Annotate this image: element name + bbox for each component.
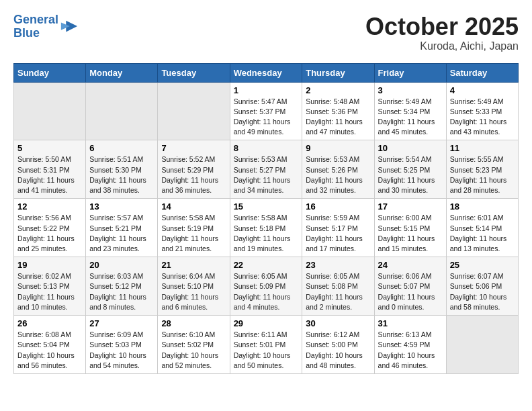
- day-info: Sunrise: 6:05 AM Sunset: 5:09 PM Dayligh…: [234, 271, 299, 312]
- calendar-week-row: 19Sunrise: 6:02 AM Sunset: 5:13 PM Dayli…: [14, 257, 519, 316]
- day-info: Sunrise: 6:10 AM Sunset: 5:02 PM Dayligh…: [161, 330, 226, 371]
- day-info: Sunrise: 5:53 AM Sunset: 5:27 PM Dayligh…: [234, 154, 299, 195]
- logo-text: General Blue: [13, 13, 58, 40]
- calendar-cell: 2Sunrise: 5:48 AM Sunset: 5:36 PM Daylig…: [302, 82, 374, 140]
- logo-line2: Blue: [13, 26, 40, 40]
- day-info: Sunrise: 5:59 AM Sunset: 5:17 PM Dayligh…: [306, 213, 370, 254]
- day-info: Sunrise: 5:58 AM Sunset: 5:18 PM Dayligh…: [234, 213, 299, 254]
- calendar-cell: 26Sunrise: 6:08 AM Sunset: 5:04 PM Dayli…: [14, 316, 86, 374]
- calendar-cell: 5Sunrise: 5:50 AM Sunset: 5:31 PM Daylig…: [14, 140, 86, 199]
- day-number: 31: [378, 318, 443, 328]
- day-number: 11: [450, 143, 515, 153]
- day-info: Sunrise: 6:03 AM Sunset: 5:12 PM Dayligh…: [89, 271, 154, 312]
- day-info: Sunrise: 6:06 AM Sunset: 5:07 PM Dayligh…: [378, 271, 443, 312]
- day-number: 1: [234, 85, 299, 95]
- calendar-cell: 16Sunrise: 5:59 AM Sunset: 5:17 PM Dayli…: [302, 199, 374, 257]
- day-number: 19: [17, 260, 82, 270]
- calendar-cell: 29Sunrise: 6:11 AM Sunset: 5:01 PM Dayli…: [230, 316, 302, 374]
- calendar-cell: 13Sunrise: 5:57 AM Sunset: 5:21 PM Dayli…: [86, 199, 158, 257]
- weekday-header-row: SundayMondayTuesdayWednesdayThursdayFrid…: [14, 63, 519, 82]
- day-number: 12: [17, 201, 82, 212]
- day-info: Sunrise: 5:58 AM Sunset: 5:19 PM Dayligh…: [161, 213, 226, 254]
- weekday-header-sunday: Sunday: [14, 63, 86, 82]
- calendar-cell: 1Sunrise: 5:47 AM Sunset: 5:37 PM Daylig…: [230, 82, 302, 140]
- day-info: Sunrise: 6:09 AM Sunset: 5:03 PM Dayligh…: [89, 330, 154, 371]
- day-number: 16: [306, 201, 370, 212]
- logo: General Blue: [13, 13, 79, 40]
- calendar-cell: 28Sunrise: 6:10 AM Sunset: 5:02 PM Dayli…: [158, 316, 230, 374]
- day-number: 6: [89, 143, 154, 153]
- day-number: 7: [161, 143, 226, 153]
- day-info: Sunrise: 6:13 AM Sunset: 4:59 PM Dayligh…: [378, 330, 443, 371]
- calendar-week-row: 12Sunrise: 5:56 AM Sunset: 5:22 PM Dayli…: [14, 199, 519, 257]
- day-number: 23: [306, 260, 370, 270]
- calendar-header: SundayMondayTuesdayWednesdayThursdayFrid…: [14, 63, 519, 82]
- day-info: Sunrise: 6:11 AM Sunset: 5:01 PM Dayligh…: [234, 330, 299, 371]
- day-info: Sunrise: 6:00 AM Sunset: 5:15 PM Dayligh…: [378, 213, 443, 254]
- calendar-cell: [14, 82, 86, 140]
- calendar-cell: 23Sunrise: 6:05 AM Sunset: 5:08 PM Dayli…: [302, 257, 374, 316]
- calendar-cell: 7Sunrise: 5:52 AM Sunset: 5:29 PM Daylig…: [158, 140, 230, 199]
- weekday-header-wednesday: Wednesday: [230, 63, 302, 82]
- day-number: 29: [234, 318, 299, 328]
- day-info: Sunrise: 6:02 AM Sunset: 5:13 PM Dayligh…: [17, 271, 82, 312]
- day-info: Sunrise: 5:54 AM Sunset: 5:25 PM Dayligh…: [378, 154, 443, 195]
- day-info: Sunrise: 6:12 AM Sunset: 5:00 PM Dayligh…: [306, 330, 370, 371]
- day-number: 9: [306, 143, 370, 153]
- weekday-header-tuesday: Tuesday: [158, 63, 230, 82]
- calendar-cell: 3Sunrise: 5:49 AM Sunset: 5:34 PM Daylig…: [374, 82, 446, 140]
- weekday-header-monday: Monday: [86, 63, 158, 82]
- calendar-cell: 17Sunrise: 6:00 AM Sunset: 5:15 PM Dayli…: [374, 199, 446, 257]
- page-header: General Blue October 2025 Kuroda, Aichi,…: [13, 13, 519, 52]
- day-number: 22: [234, 260, 299, 270]
- logo-line1: General: [13, 13, 58, 26]
- day-info: Sunrise: 5:50 AM Sunset: 5:31 PM Dayligh…: [17, 154, 82, 195]
- day-number: 28: [161, 318, 226, 328]
- title-block: October 2025 Kuroda, Aichi, Japan: [365, 13, 519, 52]
- day-number: 5: [17, 143, 82, 153]
- calendar-cell: 9Sunrise: 5:53 AM Sunset: 5:26 PM Daylig…: [302, 140, 374, 199]
- calendar-week-row: 1Sunrise: 5:47 AM Sunset: 5:37 PM Daylig…: [14, 82, 519, 140]
- day-info: Sunrise: 5:47 AM Sunset: 5:37 PM Dayligh…: [234, 97, 299, 138]
- calendar-cell: 6Sunrise: 5:51 AM Sunset: 5:30 PM Daylig…: [86, 140, 158, 199]
- day-number: 14: [161, 201, 226, 212]
- logo-icon: [60, 17, 79, 36]
- day-info: Sunrise: 6:08 AM Sunset: 5:04 PM Dayligh…: [17, 330, 82, 371]
- calendar-cell: 14Sunrise: 5:58 AM Sunset: 5:19 PM Dayli…: [158, 199, 230, 257]
- day-number: 15: [234, 201, 299, 212]
- calendar-cell: 21Sunrise: 6:04 AM Sunset: 5:10 PM Dayli…: [158, 257, 230, 316]
- weekday-header-friday: Friday: [374, 63, 446, 82]
- day-number: 10: [378, 143, 443, 153]
- calendar-cell: 24Sunrise: 6:06 AM Sunset: 5:07 PM Dayli…: [374, 257, 446, 316]
- day-info: Sunrise: 5:51 AM Sunset: 5:30 PM Dayligh…: [89, 154, 154, 195]
- calendar-table: SundayMondayTuesdayWednesdayThursdayFrid…: [13, 63, 519, 374]
- calendar-body: 1Sunrise: 5:47 AM Sunset: 5:37 PM Daylig…: [14, 82, 519, 373]
- calendar-cell: 20Sunrise: 6:03 AM Sunset: 5:12 PM Dayli…: [86, 257, 158, 316]
- day-number: 18: [450, 201, 515, 212]
- day-info: Sunrise: 6:04 AM Sunset: 5:10 PM Dayligh…: [161, 271, 226, 312]
- day-number: 27: [89, 318, 154, 328]
- calendar-cell: 18Sunrise: 6:01 AM Sunset: 5:14 PM Dayli…: [446, 199, 518, 257]
- calendar-week-row: 5Sunrise: 5:50 AM Sunset: 5:31 PM Daylig…: [14, 140, 519, 199]
- day-info: Sunrise: 6:07 AM Sunset: 5:06 PM Dayligh…: [450, 271, 515, 312]
- day-number: 20: [89, 260, 154, 270]
- calendar-cell: 31Sunrise: 6:13 AM Sunset: 4:59 PM Dayli…: [374, 316, 446, 374]
- calendar-cell: 27Sunrise: 6:09 AM Sunset: 5:03 PM Dayli…: [86, 316, 158, 374]
- calendar-cell: 15Sunrise: 5:58 AM Sunset: 5:18 PM Dayli…: [230, 199, 302, 257]
- day-number: 25: [450, 260, 515, 270]
- calendar-cell: 10Sunrise: 5:54 AM Sunset: 5:25 PM Dayli…: [374, 140, 446, 199]
- calendar-cell: 22Sunrise: 6:05 AM Sunset: 5:09 PM Dayli…: [230, 257, 302, 316]
- day-info: Sunrise: 5:48 AM Sunset: 5:36 PM Dayligh…: [306, 97, 370, 138]
- day-number: 26: [17, 318, 82, 328]
- calendar-cell: [446, 316, 518, 374]
- calendar-cell: 11Sunrise: 5:55 AM Sunset: 5:23 PM Dayli…: [446, 140, 518, 199]
- day-info: Sunrise: 5:49 AM Sunset: 5:34 PM Dayligh…: [378, 97, 443, 138]
- day-number: 4: [450, 85, 515, 95]
- calendar-cell: [158, 82, 230, 140]
- day-info: Sunrise: 5:49 AM Sunset: 5:33 PM Dayligh…: [450, 97, 515, 138]
- day-number: 3: [378, 85, 443, 95]
- calendar-cell: 25Sunrise: 6:07 AM Sunset: 5:06 PM Dayli…: [446, 257, 518, 316]
- day-info: Sunrise: 5:53 AM Sunset: 5:26 PM Dayligh…: [306, 154, 370, 195]
- weekday-header-saturday: Saturday: [446, 63, 518, 82]
- day-number: 21: [161, 260, 226, 270]
